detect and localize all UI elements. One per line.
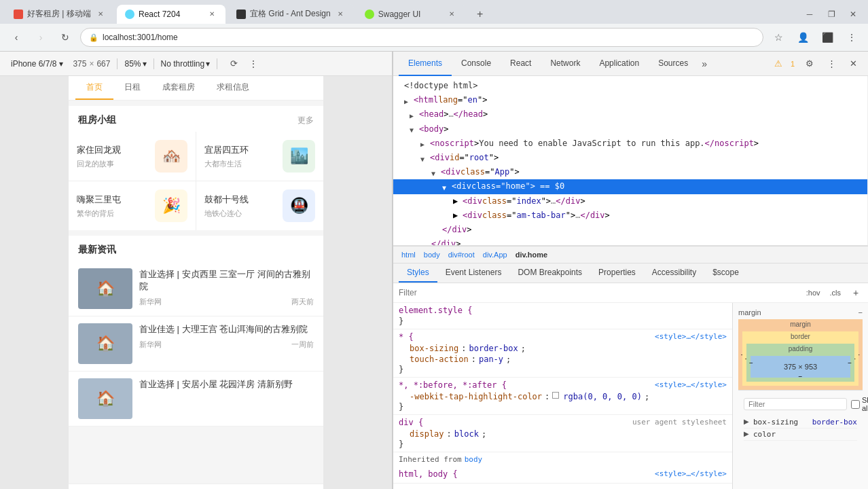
html-line-home[interactable]: ▼ <div class="home"> == $0 <box>393 179 867 194</box>
tab-event-listeners[interactable]: Event Listeners <box>437 264 510 283</box>
show-all-checkbox[interactable] <box>851 400 860 409</box>
lock-icon: 🔒 <box>89 33 98 42</box>
show-all-toggle: Show all <box>851 396 868 412</box>
tab-dom-breakpoints[interactable]: DOM Breakpoints <box>509 264 590 283</box>
body-toggle[interactable]: ▼ <box>410 125 418 133</box>
devtools-application-tab[interactable]: Application <box>590 52 649 76</box>
rental-more-link[interactable]: 更多 <box>297 115 314 126</box>
root-toggle[interactable]: ▼ <box>420 154 429 162</box>
html-toggle[interactable]: ▶ <box>404 96 412 105</box>
style-source-2[interactable]: <style>…</style> <box>655 380 727 391</box>
throttle-chevron-icon: ▾ <box>206 59 210 69</box>
address-bar[interactable]: 🔒 localhost:3001/home <box>80 28 763 47</box>
breadcrumb-home[interactable]: div.home <box>513 249 550 260</box>
style-source-1[interactable]: <style>…</style> <box>655 332 727 343</box>
profile-button[interactable]: 👤 <box>793 28 812 47</box>
device-toolbar: iPhone 6/7/8 ▾ 375 × 667 85% ▾ No thrott… <box>0 52 392 76</box>
rental-item-3[interactable]: 鼓都十号线 地铁心连心 🚇 <box>196 181 323 230</box>
back-button[interactable]: ‹ <box>7 28 26 47</box>
rental-item-2[interactable]: 嗨聚三里屯 繁华的背后 🎉 <box>69 181 196 230</box>
devtools-close-button[interactable]: ✕ <box>844 54 863 73</box>
tab-close-4[interactable]: ✕ <box>446 9 457 20</box>
tab-close-2[interactable]: ✕ <box>206 9 217 20</box>
devtools-react-tab[interactable]: React <box>501 52 541 76</box>
devtools-tabs: Elements Console React Network Applicati… <box>393 52 868 76</box>
tab-2[interactable]: React 7204 ✕ <box>117 5 225 24</box>
cls-pseudo-button[interactable]: .cls <box>827 288 844 297</box>
tab-close-1[interactable]: ✕ <box>95 9 106 20</box>
breadcrumb-root[interactable]: div#root <box>446 249 477 260</box>
tab-favicon-4 <box>365 10 374 19</box>
tab-title-2: React 7204 <box>139 10 202 19</box>
device-width: 375 <box>73 59 86 69</box>
extensions-button[interactable]: ⬛ <box>818 28 837 47</box>
device-selector[interactable]: iPhone 6/7/8 ▾ <box>7 58 67 70</box>
breadcrumb-body[interactable]: body <box>421 249 443 260</box>
breadcrumb-html[interactable]: html <box>399 249 418 260</box>
forward-button[interactable]: › <box>31 28 50 47</box>
style-close-0: } <box>399 316 727 326</box>
tab-4[interactable]: Swagger UI ✕ <box>357 5 465 24</box>
more-options-button[interactable]: ⋮ <box>249 58 258 69</box>
devtools-sources-tab[interactable]: Sources <box>649 52 698 76</box>
styles-add-rule-button[interactable]: + <box>849 286 863 300</box>
menu-button[interactable]: ⋮ <box>842 28 861 47</box>
tab-accessibility[interactable]: Accessibility <box>644 264 704 283</box>
breadcrumb-app[interactable]: div.App <box>480 249 510 260</box>
hover-pseudo-button[interactable]: :hov <box>803 288 823 297</box>
news-item-2[interactable]: 🏠 首业选择 | 安居小屋 花园洋房 清新别野 <box>69 372 323 427</box>
throttle-selector[interactable]: No throttling ▾ <box>161 59 211 69</box>
tab-favicon-1 <box>14 10 23 19</box>
styles-filter-input[interactable] <box>399 288 798 297</box>
tab-styles[interactable]: Styles <box>399 264 437 283</box>
tab-favicon-2 <box>125 10 134 19</box>
styles-section: Styles Event Listeners DOM Breakpoints P… <box>393 264 868 489</box>
devtools-network-tab[interactable]: Network <box>541 52 590 76</box>
rental-item-1[interactable]: 宜居四五环 大都市生活 🏙️ <box>196 132 323 181</box>
home-toggle[interactable]: ▼ <box>442 183 450 191</box>
tab-full-rental[interactable]: 成套租房 <box>151 76 206 100</box>
devtools-more-button[interactable]: ⋮ <box>822 54 841 73</box>
app-top-tabs: 首页 日租 成套租房 求租信息 <box>69 76 323 101</box>
computed-filter-input[interactable] <box>744 398 847 410</box>
rental-item-0[interactable]: 家住回龙观 回龙的故事 🏘️ <box>69 132 196 181</box>
zoom-selector[interactable]: 85% ▾ <box>124 59 146 69</box>
close-button[interactable]: ✕ <box>844 5 863 24</box>
new-tab-button[interactable]: + <box>471 5 490 24</box>
rental-icon-0: 🏘️ <box>155 140 187 173</box>
tab-3[interactable]: 宜格 Grid - Ant Design ✕ <box>228 4 354 24</box>
computed-prop-color[interactable]: ▶ color <box>744 429 857 441</box>
inherited-link[interactable]: body <box>465 455 483 464</box>
news-item-1[interactable]: 🏠 首业佳选 | 大理王宫 苍山洱海间的古雅别院 新华网 一周前 <box>69 316 323 372</box>
rental-icon-1: 🏙️ <box>283 140 315 173</box>
minimize-button[interactable]: ─ <box>800 5 819 24</box>
reload-button[interactable]: ↻ <box>56 28 75 47</box>
tab-scope[interactable]: $scope <box>704 264 747 283</box>
tab-properties[interactable]: Properties <box>590 264 644 283</box>
devtools-elements-tab[interactable]: Elements <box>399 52 452 76</box>
tab-home[interactable]: 首页 <box>75 76 113 100</box>
news-section: 最新资讯 🏠 首业选择 | 安贞西里 三室一厅 河间的古雅别院 新华网 两天前 <box>69 236 323 427</box>
tab-close-3[interactable]: ✕ <box>335 9 346 20</box>
news-meta-0: 新华网 两天前 <box>139 297 314 307</box>
devtools-more-tabs[interactable]: » <box>698 52 711 76</box>
app-toggle[interactable]: ▼ <box>431 168 439 177</box>
box-model-collapse-button[interactable]: − <box>858 308 863 316</box>
html-line-close-app: </div> <box>393 237 867 246</box>
tab-daily[interactable]: 日租 <box>113 76 151 100</box>
bookmark-button[interactable]: ☆ <box>769 28 788 47</box>
tab-1[interactable]: 好客租房 | 移动端 ✕ <box>5 4 114 24</box>
rotate-button[interactable]: ⟳ <box>224 54 243 73</box>
computed-prop-box-sizing[interactable]: ▶ box-sizing border-box <box>744 416 857 429</box>
tab-wanted[interactable]: 求租信息 <box>206 76 260 100</box>
style-selector-3: div { <box>399 418 423 427</box>
head-toggle[interactable]: ▶ <box>410 111 418 119</box>
maximize-button[interactable]: ❐ <box>822 5 841 24</box>
devtools-console-tab[interactable]: Console <box>452 52 501 76</box>
noscript-toggle[interactable]: ▶ <box>420 139 429 147</box>
style-source-4[interactable]: <style>…</style> <box>655 469 727 480</box>
rental-name-2: 嗨聚三里屯 <box>77 194 121 206</box>
news-item-0[interactable]: 🏠 首业选择 | 安贞西里 三室一厅 河间的古雅别院 新华网 两天前 <box>69 261 323 316</box>
devtools-alert-icon[interactable]: ⚠ <box>769 54 788 73</box>
devtools-settings-button[interactable]: ⚙ <box>800 54 819 73</box>
